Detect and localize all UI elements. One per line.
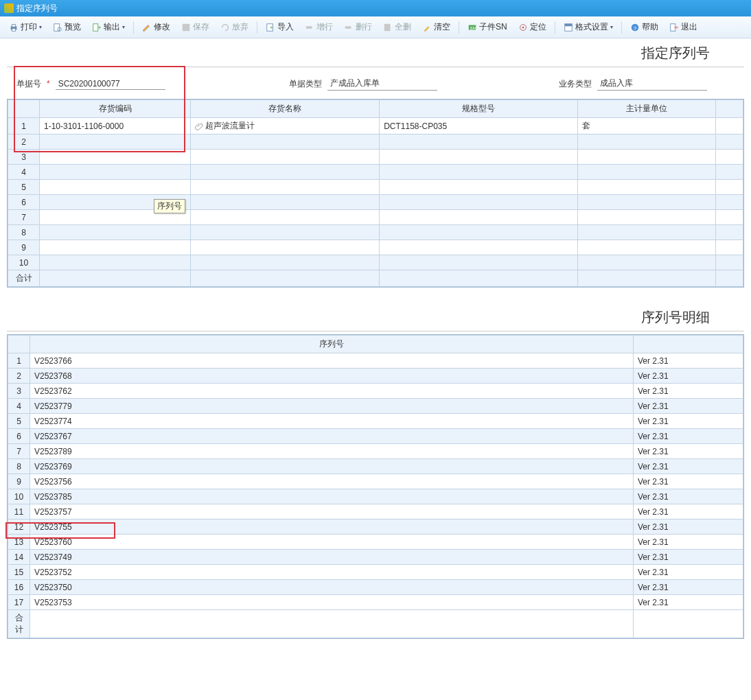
table-row[interactable]: 3 [8, 150, 743, 165]
cell-unit[interactable] [578, 135, 716, 150]
cell-serial[interactable]: V2523766 [30, 353, 634, 369]
table-row[interactable]: 13 V2523760 Ver 2.31 [8, 535, 743, 550]
exit-button[interactable]: 退出 [665, 19, 702, 35]
table-row[interactable]: 7 V2523789 Ver 2.31 [8, 444, 743, 459]
table-row[interactable]: 5 [8, 180, 743, 195]
cell-serial[interactable]: V2523756 [30, 474, 634, 489]
cell-serial[interactable]: V2523750 [30, 580, 634, 595]
table-row[interactable]: 2 [8, 135, 743, 150]
inventory-grid[interactable]: 存货编码 存货名称 规格型号 主计量单位 1 1-10-3101-1106-00… [7, 99, 744, 288]
cell-spec[interactable] [380, 255, 578, 270]
cell-version[interactable]: Ver 2.31 [634, 384, 743, 399]
cell-version[interactable]: Ver 2.31 [634, 504, 743, 520]
cell-code[interactable] [40, 240, 191, 255]
cell-spec[interactable] [380, 225, 578, 240]
save-button[interactable]: 保存 [176, 19, 214, 35]
doctype-value[interactable]: 产成品入库单 [327, 77, 437, 91]
cell-name[interactable] [191, 240, 380, 255]
cell-unit[interactable] [578, 165, 716, 180]
cell-version[interactable]: Ver 2.31 [634, 414, 743, 429]
cell-version[interactable]: Ver 2.31 [634, 489, 743, 504]
table-row[interactable]: 2 V2523768 Ver 2.31 [8, 369, 743, 384]
cell-spec[interactable] [380, 150, 578, 165]
cell-serial[interactable]: V2523760 [30, 535, 634, 550]
cell-version[interactable]: Ver 2.31 [634, 520, 743, 535]
cell-code[interactable]: 1-10-3101-1106-0000 [40, 118, 191, 135]
table-row[interactable]: 1 V2523766 Ver 2.31 [8, 353, 743, 369]
table-row[interactable]: 16 V2523750 Ver 2.31 [8, 580, 743, 595]
table-row[interactable]: 6 V2523767 Ver 2.31 [8, 429, 743, 444]
cell-name[interactable] [191, 135, 380, 150]
cell-code[interactable] [40, 150, 191, 165]
format-button[interactable]: 格式设置▾ [559, 19, 618, 35]
addrow-button[interactable]: 增行 [300, 19, 338, 35]
cell-unit[interactable] [578, 180, 716, 195]
cell-serial[interactable]: V2523757 [30, 504, 634, 520]
cell-unit[interactable] [578, 240, 716, 255]
cell-serial[interactable]: V2523762 [30, 384, 634, 399]
locate-button[interactable]: 定位 [513, 19, 551, 35]
cell-name[interactable] [191, 225, 380, 240]
cell-unit[interactable] [578, 195, 716, 210]
delall-button[interactable]: 全删 [378, 19, 416, 35]
cell-version[interactable]: Ver 2.31 [634, 595, 743, 610]
cell-name[interactable] [191, 195, 380, 210]
serial-grid[interactable]: 序列号 1 V2523766 Ver 2.312 V2523768 Ver 2.… [7, 334, 744, 639]
cell-serial[interactable]: V2523749 [30, 550, 634, 565]
cell-serial[interactable]: V2523768 [30, 369, 634, 384]
cell-serial[interactable]: V2523769 [30, 459, 634, 474]
table-row[interactable]: 12 V2523755 Ver 2.31 [8, 520, 743, 535]
table-row[interactable]: 14 V2523749 Ver 2.31 [8, 550, 743, 565]
table-row[interactable]: 15 V2523752 Ver 2.31 [8, 565, 743, 580]
biztype-value[interactable]: 成品入库 [597, 77, 707, 91]
cell-spec[interactable] [380, 240, 578, 255]
cell-unit[interactable] [578, 255, 716, 270]
cell-version[interactable]: Ver 2.31 [634, 550, 743, 565]
cell-unit[interactable] [578, 225, 716, 240]
table-row[interactable]: 4 V2523779 Ver 2.31 [8, 399, 743, 414]
cell-name[interactable] [191, 150, 380, 165]
cell-version[interactable]: Ver 2.31 [634, 429, 743, 444]
cell-serial[interactable]: V2523779 [30, 399, 634, 414]
cell-spec[interactable] [380, 210, 578, 225]
table-row[interactable]: 8 [8, 225, 743, 240]
export-button[interactable]: 输出▾ [87, 19, 130, 35]
cell-version[interactable]: Ver 2.31 [634, 535, 743, 550]
cell-unit[interactable] [578, 150, 716, 165]
table-row[interactable]: 11 V2523757 Ver 2.31 [8, 504, 743, 520]
cell-version[interactable]: Ver 2.31 [634, 474, 743, 489]
help-button[interactable]: ?帮助 [625, 19, 663, 35]
table-row[interactable]: 9 V2523756 Ver 2.31 [8, 474, 743, 489]
table-row[interactable]: 1 1-10-3101-1106-0000 超声波流量计 DCT1158-CP0… [8, 118, 743, 135]
import-button[interactable]: 导入 [261, 19, 299, 35]
cell-version[interactable]: Ver 2.31 [634, 399, 743, 414]
cell-spec[interactable] [380, 165, 578, 180]
cell-unit[interactable] [578, 210, 716, 225]
cell-version[interactable]: Ver 2.31 [634, 353, 743, 369]
col-version[interactable] [634, 336, 743, 353]
docno-value[interactable]: SC20200100077 [56, 78, 165, 90]
table-row[interactable]: 9 [8, 240, 743, 255]
cell-serial[interactable]: V2523774 [30, 414, 634, 429]
cell-spec[interactable] [380, 180, 578, 195]
cell-code[interactable] [40, 180, 191, 195]
cell-version[interactable]: Ver 2.31 [634, 444, 743, 459]
cell-version[interactable]: Ver 2.31 [634, 369, 743, 384]
col-unit[interactable]: 主计量单位 [578, 100, 716, 118]
delrow-button[interactable]: 删行 [339, 19, 377, 35]
cell-serial[interactable]: V2523789 [30, 444, 634, 459]
cell-name[interactable] [191, 210, 380, 225]
cell-code[interactable] [40, 255, 191, 270]
table-row[interactable]: 8 V2523769 Ver 2.31 [8, 459, 743, 474]
cell-name[interactable] [191, 165, 380, 180]
col-serial[interactable]: 序列号 [30, 336, 634, 353]
cell-name[interactable] [191, 255, 380, 270]
cell-unit[interactable]: 套 [578, 118, 716, 135]
col-name[interactable]: 存货名称 [191, 100, 380, 118]
table-row[interactable]: 3 V2523762 Ver 2.31 [8, 384, 743, 399]
table-row[interactable]: 6 [8, 195, 743, 210]
modify-button[interactable]: 修改 [137, 19, 175, 35]
cell-serial[interactable]: V2523767 [30, 429, 634, 444]
col-spec[interactable]: 规格型号 [380, 100, 578, 118]
cell-code[interactable] [40, 225, 191, 240]
